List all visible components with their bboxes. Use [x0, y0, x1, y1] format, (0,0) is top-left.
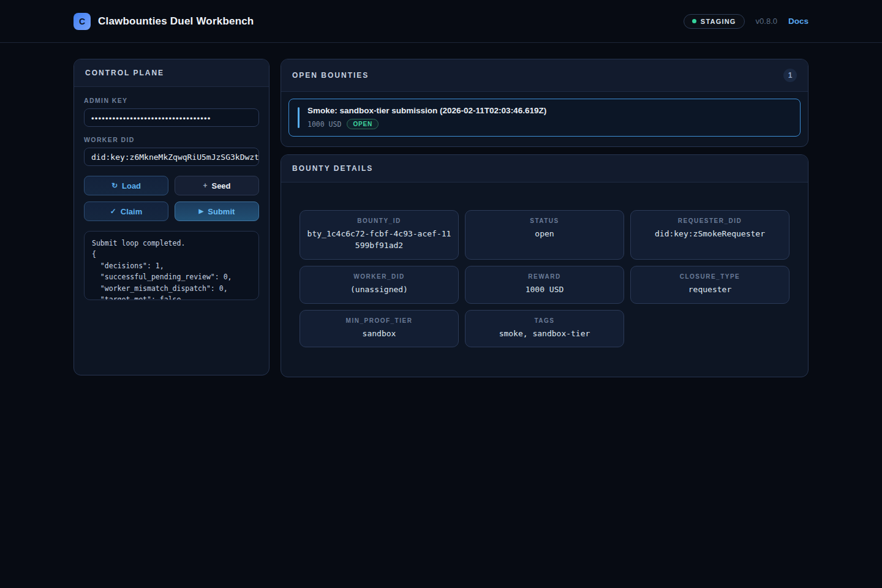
detail-label: MIN_PROOF_TIER — [306, 317, 452, 324]
bounty-item-meta: 1000 USD OPEN — [307, 119, 546, 129]
admin-key-input[interactable]: •••••••••••••••••••••••••••••••••• — [84, 108, 259, 127]
control-plane-panel: CONTROL PLANE ADMIN KEY ••••••••••••••••… — [74, 59, 270, 375]
header-brand: C Clawbounties Duel Workbench — [74, 13, 254, 30]
load-button-label: Load — [122, 181, 141, 190]
detail-label: REWARD — [472, 273, 617, 280]
submit-button-label: Submit — [208, 207, 235, 216]
open-bounties-header: OPEN BOUNTIES 1 — [281, 59, 808, 92]
detail-card-closure-type: CLOSURE_TYPE requester — [630, 266, 790, 304]
action-button-grid: ↻ Load + Seed ✓ Claim ▶ Submit — [84, 176, 259, 221]
bounty-details-title: BOUNTY DETAILS — [292, 164, 373, 173]
bounty-count-badge: 1 — [783, 69, 797, 82]
version-label: v0.8.0 — [756, 17, 777, 26]
selected-accent-bar — [298, 107, 300, 128]
app-title: Clawbounties Duel Workbench — [98, 15, 254, 28]
logo-letter: C — [79, 17, 85, 26]
load-button[interactable]: ↻ Load — [84, 176, 168, 195]
detail-value: open — [472, 228, 617, 240]
detail-label: TAGS — [472, 317, 617, 324]
bounty-details-panel: BOUNTY DETAILS BOUNTY_ID bty_1c4c6c72-fc… — [281, 154, 809, 377]
detail-card-tags: TAGS smoke, sandbox-tier — [465, 310, 624, 348]
detail-label: CLOSURE_TYPE — [637, 273, 783, 280]
header-meta: STAGING v0.8.0 Docs — [684, 14, 809, 29]
main-content: CONTROL PLANE ADMIN KEY ••••••••••••••••… — [0, 43, 882, 377]
worker-did-label: WORKER DID — [84, 136, 259, 143]
open-bounties-title: OPEN BOUNTIES — [292, 71, 369, 80]
detail-card-min-proof-tier: MIN_PROOF_TIER sandbox — [300, 310, 459, 348]
detail-value: did:key:zSmokeRequester — [637, 228, 783, 240]
bounty-item-content: Smoke: sandbox-tier submission (2026-02-… — [307, 106, 546, 129]
command-output-log[interactable]: Submit loop completed. { "decisions": 1,… — [84, 231, 259, 300]
detail-label: REQUESTER_DID — [637, 217, 783, 224]
seed-button-label: Seed — [211, 181, 230, 190]
admin-key-masked-value: •••••••••••••••••••••••••••••••••• — [91, 113, 211, 123]
claim-button[interactable]: ✓ Claim — [84, 202, 168, 221]
detail-card-status: STATUS open — [465, 210, 624, 260]
environment-badge: STAGING — [684, 14, 745, 29]
control-plane-header: CONTROL PLANE — [74, 59, 269, 87]
detail-value: smoke, sandbox-tier — [472, 328, 617, 340]
detail-card-requester-did: REQUESTER_DID did:key:zSmokeRequester — [630, 210, 790, 260]
env-status-dot-icon — [692, 19, 696, 23]
app-logo: C — [74, 13, 91, 30]
detail-value: sandbox — [306, 328, 452, 340]
right-column: OPEN BOUNTIES 1 Smoke: sandbox-tier subm… — [281, 59, 809, 377]
detail-value: (unassigned) — [306, 284, 452, 296]
worker-did-input[interactable]: did:key:z6MkneMkZqwqRiU5mJzSG3kDwzt — [84, 148, 259, 166]
detail-card-bounty-id: BOUNTY_ID bty_1c4c6c72-fcbf-4c93-acef-11… — [300, 210, 459, 260]
docs-link[interactable]: Docs — [788, 17, 809, 26]
bounty-details-grid: BOUNTY_ID bty_1c4c6c72-fcbf-4c93-acef-11… — [281, 183, 808, 377]
detail-label: WORKER_DID — [306, 273, 452, 280]
open-bounties-list: Smoke: sandbox-tier submission (2026-02-… — [281, 92, 808, 146]
detail-value: 1000 USD — [472, 284, 617, 296]
reload-icon: ↻ — [111, 182, 118, 189]
detail-value: bty_1c4c6c72-fcbf-4c93-acef-11599bf91ad2 — [306, 228, 452, 252]
bounty-list-item[interactable]: Smoke: sandbox-tier submission (2026-02-… — [288, 99, 801, 137]
play-icon: ▶ — [199, 208, 204, 214]
bounty-item-title: Smoke: sandbox-tier submission (2026-02-… — [307, 106, 546, 115]
detail-card-reward: REWARD 1000 USD — [465, 266, 624, 304]
bounty-item-reward: 1000 USD — [307, 120, 341, 129]
app-header: C Clawbounties Duel Workbench STAGING v0… — [0, 0, 882, 43]
bounty-status-badge: OPEN — [347, 119, 379, 129]
plus-icon: + — [203, 182, 207, 189]
detail-value: requester — [637, 284, 783, 296]
detail-label: BOUNTY_ID — [306, 217, 452, 224]
seed-button[interactable]: + Seed — [175, 176, 259, 195]
control-plane-title: CONTROL PLANE — [85, 69, 164, 77]
worker-did-value: did:key:z6MkneMkZqwqRiU5mJzSG3kDwzt — [91, 153, 259, 162]
open-bounties-panel: OPEN BOUNTIES 1 Smoke: sandbox-tier subm… — [281, 59, 809, 147]
check-icon: ✓ — [110, 208, 116, 215]
bounty-details-header: BOUNTY DETAILS — [281, 155, 808, 183]
claim-button-label: Claim — [121, 207, 142, 216]
submit-button[interactable]: ▶ Submit — [175, 202, 259, 221]
admin-key-label: ADMIN KEY — [84, 97, 259, 104]
detail-label: STATUS — [472, 217, 617, 224]
env-badge-label: STAGING — [701, 18, 736, 25]
detail-card-worker-did: WORKER_DID (unassigned) — [300, 266, 459, 304]
control-plane-body: ADMIN KEY ••••••••••••••••••••••••••••••… — [74, 87, 269, 310]
